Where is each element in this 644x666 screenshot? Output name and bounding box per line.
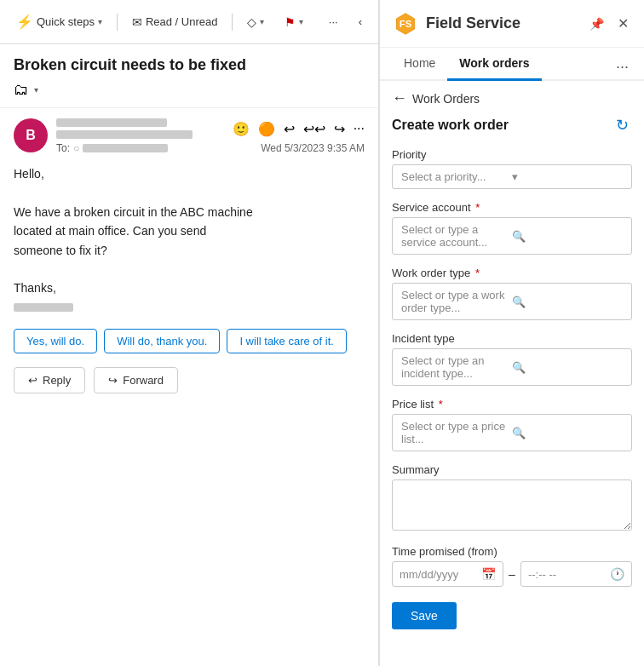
field-service-icon: FS: [392, 10, 419, 37]
close-button[interactable]: ✕: [614, 14, 632, 33]
work-order-type-field: Work order type * Select or type a work …: [392, 267, 632, 320]
tag-icon: ◇: [247, 15, 256, 29]
forward-arrow-icon: ↪: [108, 374, 118, 387]
save-button[interactable]: Save: [392, 602, 457, 629]
svg-text:FS: FS: [400, 19, 412, 29]
priority-chevron: ▾: [512, 170, 623, 183]
badge-icon: 🟠: [258, 121, 275, 137]
priority-select[interactable]: Select a priority... ▾: [392, 164, 632, 189]
date-input[interactable]: mm/dd/yyyy 📅: [392, 561, 503, 587]
email-meta-info: 🙂 🟠 ↩ ↩↩ ↪ ··· To: ○ Wed 5/3/2023 9:35 A…: [56, 118, 365, 154]
archive-chevron[interactable]: ▾: [34, 85, 38, 95]
price-list-required: *: [439, 398, 443, 411]
refresh-button[interactable]: ↻: [612, 114, 632, 136]
hex-svg: FS: [394, 12, 417, 36]
email-meta: B 🙂 🟠 ↩ ↩↩ ↪ ···: [14, 118, 365, 154]
divider-1: [117, 14, 118, 31]
flag-button[interactable]: ◇ ▾: [239, 11, 272, 33]
read-unread-button[interactable]: ✉ Read / Unread: [124, 11, 226, 33]
service-account-search-icon: 🔍: [512, 230, 623, 243]
reply-all-icon[interactable]: ↩↩: [303, 121, 325, 137]
archive-icon[interactable]: 🗂: [14, 81, 29, 99]
pin-button[interactable]: 📌: [586, 14, 607, 33]
reply-icon[interactable]: ↩: [284, 121, 295, 137]
quick-steps-chevron: ▾: [98, 17, 102, 26]
price-list-field: Price list * Select or type a price list…: [392, 398, 632, 451]
back-row[interactable]: ← Work Orders: [392, 89, 632, 107]
envelope-icon: ✉: [132, 15, 142, 29]
rp-tabs: Home Work orders ...: [380, 48, 644, 81]
time-promised-label: Time promised (from): [392, 545, 632, 558]
price-list-placeholder: Select or type a price list...: [401, 420, 512, 445]
more-email-icon[interactable]: ···: [354, 121, 365, 136]
close-icon: ✕: [618, 16, 629, 31]
rp-title: Field Service: [426, 14, 579, 32]
collapse-button[interactable]: ‹: [351, 11, 370, 32]
email-to-row: To: ○ Wed 5/3/2023 9:35 AM: [56, 142, 365, 154]
time-input[interactable]: --:-- -- 🕐: [520, 561, 632, 587]
action-buttons: ↩ Reply ↪ Forward: [14, 367, 365, 393]
read-unread-label: Read / Unread: [146, 15, 218, 28]
forward-button[interactable]: ↪ Forward: [94, 367, 178, 393]
collapse-icon: ‹: [359, 15, 362, 28]
body-line2: located at main office. Can you send: [14, 221, 365, 240]
email-subject: Broken circuit needs to be fixed: [14, 56, 365, 74]
sender-row: 🙂 🟠 ↩ ↩↩ ↪ ···: [56, 118, 365, 139]
toolbar: ⚡ Quick steps ▾ ✉ Read / Unread ◇ ▾ ⚑ ▾ …: [0, 0, 378, 44]
more-actions-button[interactable]: ···: [321, 11, 346, 32]
work-order-type-required: *: [475, 267, 480, 279]
priority-label: Priority: [392, 148, 632, 161]
sender-sign: [14, 303, 73, 312]
quick-replies: Yes, will do. Will do, thank you. I will…: [14, 329, 365, 353]
section-header: Create work order ↻: [392, 114, 632, 136]
incident-type-search-icon: 🔍: [512, 361, 623, 374]
clock-icon: 🕐: [610, 567, 624, 581]
time-dash: –: [509, 567, 515, 581]
price-list-select[interactable]: Select or type a price list... 🔍: [392, 414, 632, 451]
email-content: Hello, We have a broken circuit in the A…: [14, 164, 365, 317]
service-account-label: Service account *: [392, 201, 632, 214]
time-promised-field: Time promised (from) mm/dd/yyyy 📅 – --:-…: [392, 545, 632, 587]
email-date: Wed 5/3/2023 9:35 AM: [261, 142, 365, 154]
summary-textarea[interactable]: [392, 479, 632, 531]
reply-button[interactable]: ↩ Reply: [14, 367, 85, 393]
flag-icon: ⚑: [285, 15, 296, 29]
flag-chevron: ▾: [299, 17, 303, 26]
time-row: mm/dd/yyyy 📅 – --:-- -- 🕐: [392, 561, 632, 587]
rp-header-icons: 📌 ✕: [586, 14, 632, 33]
lightning-icon: ⚡: [16, 14, 33, 30]
quick-reply-3[interactable]: I will take care of it.: [227, 329, 347, 353]
thanks: Thanks,: [14, 278, 365, 297]
price-list-label: Price list *: [392, 398, 632, 411]
email-header-icons: 🗂 ▾: [14, 81, 365, 99]
work-order-type-placeholder: Select or type a work order type...: [401, 289, 512, 314]
forward-icon-meta[interactable]: ↪: [334, 121, 345, 137]
incident-type-field: Incident type Select or type an incident…: [392, 332, 632, 386]
work-order-type-label: Work order type *: [392, 267, 632, 279]
service-account-select[interactable]: Select or type a service account... 🔍: [392, 217, 632, 255]
flag-color-button[interactable]: ⚑ ▾: [277, 11, 311, 33]
email-header: Broken circuit needs to be fixed 🗂 ▾: [0, 44, 378, 108]
sender-email: [56, 130, 193, 139]
tabs-more-button[interactable]: ...: [612, 48, 632, 79]
quick-steps-button[interactable]: ⚡ Quick steps ▾: [9, 9, 110, 34]
incident-type-select[interactable]: Select or type an incident type... 🔍: [392, 348, 632, 386]
quick-reply-1[interactable]: Yes, will do.: [14, 329, 97, 353]
email-meta-icons: 🙂 🟠 ↩ ↩↩ ↪ ···: [233, 121, 365, 137]
service-account-field: Service account * Select or type a servi…: [392, 201, 632, 255]
refresh-icon: ↻: [616, 117, 629, 134]
body-line3: someone to fix it?: [14, 241, 365, 260]
priority-field: Priority Select a priority... ▾: [392, 148, 632, 189]
body-line1: We have a broken circuit in the ABC mach…: [14, 203, 365, 221]
tab-work-orders[interactable]: Work orders: [447, 48, 541, 81]
quick-reply-2[interactable]: Will do, thank you.: [104, 329, 220, 353]
to-address: [83, 144, 168, 152]
reply-arrow-icon: ↩: [28, 374, 37, 387]
to-circle: ○: [73, 142, 79, 154]
tab-home[interactable]: Home: [392, 48, 447, 81]
emoji-icon[interactable]: 🙂: [233, 121, 250, 137]
greeting: Hello,: [14, 164, 365, 183]
rp-body: ← Work Orders Create work order ↻ Priori…: [380, 81, 644, 666]
work-order-type-select[interactable]: Select or type a work order type... 🔍: [392, 283, 632, 320]
summary-field: Summary: [392, 463, 632, 533]
